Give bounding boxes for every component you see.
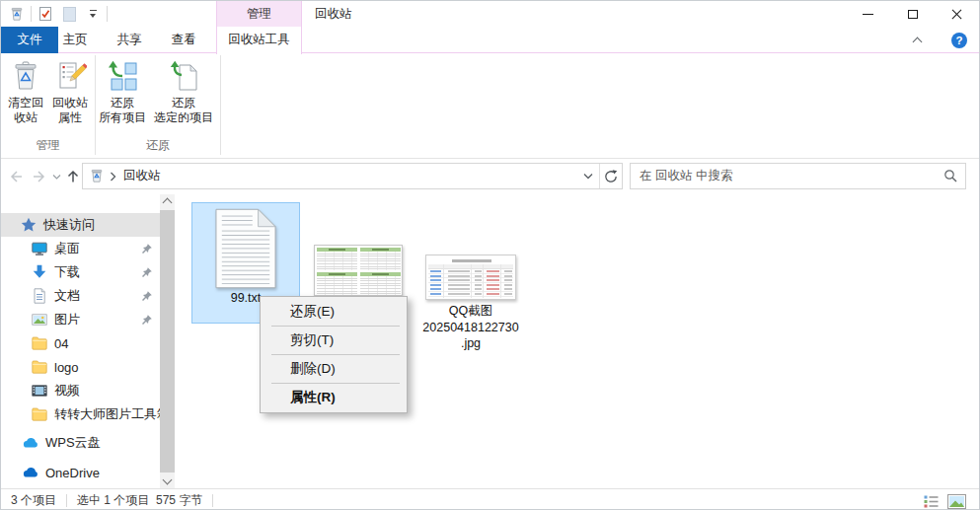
tab-recycle-bin-tools[interactable]: 回收站工具 — [216, 27, 302, 54]
back-button[interactable] — [6, 168, 26, 185]
tab-view[interactable]: 查看 — [162, 27, 205, 53]
sidebar-item-onedrive[interactable]: OneDrive — [1, 461, 160, 484]
address-dropdown-chevron-icon[interactable] — [583, 173, 593, 181]
refresh-icon — [604, 170, 618, 183]
search-placeholder: 在 回收站 中搜索 — [640, 164, 732, 188]
documents-icon — [32, 288, 47, 304]
menu-item-cut[interactable]: 剪切(T) — [261, 327, 407, 354]
recycle-bin-icon — [89, 168, 105, 183]
pictures-icon — [32, 312, 47, 328]
properties-check-icon[interactable] — [34, 4, 57, 24]
tab-home[interactable]: 主页 — [53, 27, 97, 53]
videos-icon — [32, 383, 47, 399]
scroll-up-arrow-icon[interactable] — [163, 198, 173, 208]
sidebar-item-quick-access[interactable]: 快速访问 — [1, 213, 160, 237]
sidebar-scrollbar[interactable] — [160, 194, 175, 488]
menu-item-restore[interactable]: 还原(E) — [261, 298, 407, 326]
sidebar-item-logo[interactable]: logo — [1, 355, 160, 379]
button-label: 还原选定的项目 — [154, 96, 213, 125]
breadcrumb-location[interactable]: 回收站 — [123, 164, 161, 188]
spreadsheet-thumbnail — [314, 245, 403, 296]
sidebar-item-documents[interactable]: 文档 — [1, 284, 160, 308]
context-menu: 还原(E) 剪切(T) 删除(D) 属性(R) — [260, 296, 408, 413]
button-label: 回收站属性 — [52, 96, 88, 125]
explorer-window: 管理 回收站 文件 主页 共享 查看 回收站工具 ? 清空 — [0, 0, 980, 510]
pin-icon — [141, 266, 153, 278]
forward-arrow-icon — [31, 169, 48, 184]
search-icon[interactable] — [943, 169, 957, 182]
close-button[interactable] — [935, 1, 979, 28]
title-bar: 管理 回收站 — [1, 1, 979, 27]
navigation-bar: 回收站 在 回收站 中搜索 — [1, 159, 979, 194]
up-button[interactable] — [63, 168, 83, 185]
collapse-ribbon-button[interactable] — [912, 36, 924, 45]
tab-file[interactable]: 文件 — [1, 27, 58, 53]
menu-item-properties[interactable]: 属性(R) — [261, 384, 407, 411]
window-controls — [846, 1, 979, 28]
chevron-down-icon — [52, 174, 61, 181]
button-label: 清空回收站 — [8, 96, 43, 125]
file-item-qq-screenshot[interactable] — [425, 255, 516, 300]
scroll-down-arrow-icon[interactable] — [163, 475, 173, 485]
folder-icon — [32, 335, 47, 351]
contextual-tab-header-manage: 管理 — [216, 1, 302, 27]
recycle-bin-properties-icon — [53, 60, 87, 94]
large-icons-view-button[interactable] — [945, 493, 967, 509]
sidebar-item-label: 图片 — [54, 311, 80, 328]
sidebar-item-desktop[interactable]: 桌面 — [1, 237, 160, 260]
scrollbar-thumb[interactable] — [160, 210, 175, 473]
file-name-label: 99.txt — [231, 291, 262, 305]
restore-all-items-button[interactable]: 还原所有项目 — [98, 57, 147, 125]
restore-all-items-icon — [106, 60, 139, 94]
sidebar-item-label: logo — [54, 360, 79, 375]
file-item-spreadsheet-image[interactable] — [314, 245, 403, 296]
restore-selected-items-icon — [167, 60, 200, 94]
search-input[interactable]: 在 回收站 中搜索 — [630, 163, 966, 189]
empty-recycle-bin-icon — [9, 60, 42, 94]
ribbon: 清空回收站 回收站属性 — [1, 53, 979, 159]
navigation-pane: 快速访问 桌面 下载 文档 — [1, 194, 160, 488]
sidebar-item-downloads[interactable]: 下载 — [1, 260, 160, 284]
forward-button[interactable] — [30, 168, 49, 185]
sidebar-item-zhuanzhuan-toolbox[interactable]: 转转大师图片工具箱 — [1, 402, 160, 426]
file-name-label: QQ截图 20250418122730 .jpg — [412, 303, 530, 352]
image-thumbnail — [425, 255, 516, 300]
breadcrumb-chevron-icon[interactable] — [110, 172, 116, 182]
recycle-bin-properties-button[interactable]: 回收站属性 — [47, 57, 93, 125]
minimize-icon — [863, 14, 873, 15]
up-arrow-icon — [65, 169, 81, 184]
menu-item-delete[interactable]: 删除(D) — [261, 355, 407, 383]
toolbar-separator — [107, 6, 108, 22]
customize-toolbar-dropdown-icon[interactable] — [81, 4, 105, 24]
tab-share[interactable]: 共享 — [108, 27, 151, 53]
details-view-button[interactable] — [920, 493, 942, 509]
downloads-icon — [32, 264, 47, 280]
sidebar-item-videos[interactable]: 视频 — [1, 379, 160, 402]
status-items-count: 3 个项目 — [11, 492, 56, 509]
sidebar-item-label: 04 — [54, 336, 68, 351]
maximize-button[interactable] — [890, 1, 935, 28]
pin-icon — [141, 243, 153, 255]
sidebar-item-wps-cloud[interactable]: WPS云盘 — [1, 431, 160, 455]
address-bar[interactable]: 回收站 — [82, 163, 623, 189]
desktop-icon — [32, 241, 47, 256]
ribbon-group-label-manage: 管理 — [1, 137, 95, 154]
quick-access-toolbar — [5, 4, 110, 24]
recycle-bin-icon[interactable] — [5, 4, 29, 24]
sidebar-item-pictures[interactable]: 图片 — [1, 308, 160, 331]
refresh-button[interactable] — [599, 164, 622, 188]
status-bar: 3 个项目 选中 1 个项目 575 字节 — [1, 488, 979, 510]
help-icon[interactable]: ? — [951, 33, 967, 48]
sidebar-item-label: 桌面 — [54, 240, 80, 257]
sidebar-item-04[interactable]: 04 — [1, 331, 160, 355]
recent-locations-dropdown[interactable] — [50, 168, 62, 185]
sidebar-item-label: OneDrive — [45, 466, 100, 480]
empty-recycle-bin-button[interactable]: 清空回收站 — [4, 57, 47, 125]
button-label: 还原所有项目 — [99, 96, 146, 125]
minimize-button[interactable] — [846, 1, 890, 28]
status-selection-info: 选中 1 个项目 575 字节 — [77, 492, 202, 509]
sidebar-item-label: 下载 — [54, 263, 80, 281]
blank-document-icon[interactable] — [57, 4, 81, 24]
restore-selected-items-button[interactable]: 还原选定的项目 — [149, 57, 218, 125]
details-view-icon — [924, 495, 939, 508]
